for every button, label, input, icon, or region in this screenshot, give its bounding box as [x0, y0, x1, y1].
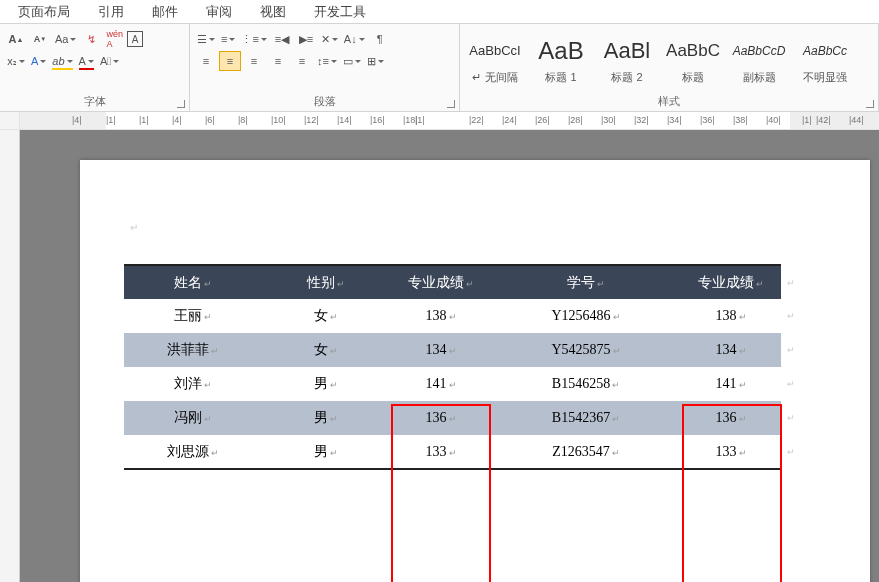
- show-marks-button[interactable]: ¶: [369, 29, 391, 49]
- multilevel-list-button[interactable]: ⋮≡: [239, 29, 268, 49]
- style-item[interactable]: AaBl标题 2: [596, 31, 658, 87]
- style-item[interactable]: AaBbCcD副标题: [728, 31, 790, 87]
- ribbon: A▲ A▼ Aa ↯ wénA A x₂ A ab A A⃝ 字体: [0, 24, 879, 112]
- change-case-button[interactable]: Aa: [53, 29, 78, 49]
- data-table[interactable]: 姓名↵ 性别↵ 专业成绩↵ 学号↵ 专业成绩↵↵ 王丽↵女↵138↵Y12564…: [124, 264, 781, 470]
- shading-button[interactable]: ▭: [341, 51, 363, 71]
- ribbon-styles-group: AaBbCcI↵ 无间隔AaB标题 1AaBl标题 2AaBbC标题AaBbCc…: [460, 24, 879, 111]
- table-row[interactable]: 王丽↵女↵138↵Y1256486↵138↵↵: [124, 299, 781, 333]
- character-border-button[interactable]: A: [127, 31, 143, 47]
- menu-view[interactable]: 视图: [246, 3, 300, 21]
- style-dialog-launcher[interactable]: [866, 100, 874, 108]
- table-cell[interactable]: 冯刚↵: [124, 401, 261, 435]
- table-row[interactable]: 洪菲菲↵女↵134↵Y5425875↵134↵↵: [124, 333, 781, 367]
- grow-font-button[interactable]: A▲: [5, 29, 27, 49]
- align-center-button[interactable]: ≡: [219, 51, 241, 71]
- para-dialog-launcher[interactable]: [447, 100, 455, 108]
- page: ↵ 姓名↵ 性别↵ 专业成绩↵ 学号↵ 专业成绩↵↵ 王丽↵女↵138↵Y125…: [80, 160, 870, 582]
- table-cell[interactable]: 141↵↵: [681, 367, 781, 401]
- table-cell[interactable]: 134↵: [391, 333, 491, 367]
- align-left-button[interactable]: ≡: [195, 51, 217, 71]
- font-color-2-button[interactable]: A: [77, 51, 96, 71]
- ribbon-paragraph-group: ☰ ≡ ⋮≡ ≡◀ ▶≡ ✕ A↓ ¶ ≡ ≡ ≡ ≡ ≡ ↕≡ ▭: [190, 24, 460, 111]
- table-cell[interactable]: Z1263547↵: [491, 435, 681, 469]
- table-cell[interactable]: 男↵: [261, 367, 391, 401]
- horizontal-ruler[interactable]: |4||1||1||4||6||8||10||12||14||16||18||1…: [20, 112, 879, 129]
- style-item[interactable]: AaBbCc不明显强: [794, 31, 856, 87]
- th-gender: 性别↵: [261, 265, 391, 299]
- align-right-button[interactable]: ≡: [243, 51, 265, 71]
- ribbon-font-label: 字体: [0, 93, 189, 111]
- table-cell[interactable]: 刘洋↵: [124, 367, 261, 401]
- table-cell[interactable]: 女↵: [261, 299, 391, 333]
- ribbon-style-label: 样式: [460, 93, 878, 111]
- table-cell[interactable]: Y1256486↵: [491, 299, 681, 333]
- table-cell[interactable]: 141↵: [391, 367, 491, 401]
- style-gallery[interactable]: AaBbCcI↵ 无间隔AaB标题 1AaBl标题 2AaBbC标题AaBbCc…: [460, 24, 878, 93]
- table-cell[interactable]: B1546258↵: [491, 367, 681, 401]
- workspace: ↵ 姓名↵ 性别↵ 专业成绩↵ 学号↵ 专业成绩↵↵ 王丽↵女↵138↵Y125…: [0, 130, 879, 582]
- menu-review[interactable]: 审阅: [192, 3, 246, 21]
- highlight-button[interactable]: ab: [50, 51, 74, 71]
- table-cell[interactable]: 136↵↵: [681, 401, 781, 435]
- distribute-button[interactable]: ≡: [291, 51, 313, 71]
- table-cell[interactable]: Y5425875↵: [491, 333, 681, 367]
- font-color-button[interactable]: A: [29, 51, 48, 71]
- table-cell[interactable]: 刘思源↵: [124, 435, 261, 469]
- ruler-corner: [0, 112, 20, 129]
- numbering-button[interactable]: ≡: [219, 29, 237, 49]
- increase-indent-button[interactable]: ▶≡: [295, 29, 317, 49]
- asian-layout-button[interactable]: ✕: [319, 29, 340, 49]
- th-score1: 专业成绩↵: [391, 265, 491, 299]
- table-cell[interactable]: 男↵: [261, 435, 391, 469]
- table-cell[interactable]: 138↵: [391, 299, 491, 333]
- clear-formatting-button[interactable]: ↯: [80, 29, 102, 49]
- table-cell[interactable]: 134↵↵: [681, 333, 781, 367]
- menu-bar: 页面布局 引用 邮件 审阅 视图 开发工具: [0, 0, 879, 24]
- menu-mailings[interactable]: 邮件: [138, 3, 192, 21]
- menu-references[interactable]: 引用: [84, 3, 138, 21]
- table-cell[interactable]: 133↵: [391, 435, 491, 469]
- table-row[interactable]: 冯刚↵男↵136↵B1542367↵136↵↵: [124, 401, 781, 435]
- vertical-ruler[interactable]: [0, 130, 20, 582]
- th-score2: 专业成绩↵↵: [681, 265, 781, 299]
- menu-page-layout[interactable]: 页面布局: [4, 3, 84, 21]
- style-item[interactable]: AaBbC标题: [662, 31, 724, 87]
- subscript-button[interactable]: x₂: [5, 51, 27, 71]
- sort-button[interactable]: A↓: [342, 29, 367, 49]
- ribbon-font-group: A▲ A▼ Aa ↯ wénA A x₂ A ab A A⃝ 字体: [0, 24, 190, 111]
- phonetic-guide-button[interactable]: wénA: [104, 29, 125, 49]
- paragraph-mark: ↵: [130, 222, 138, 233]
- table-cell[interactable]: B1542367↵: [491, 401, 681, 435]
- style-item[interactable]: AaB标题 1: [530, 31, 592, 87]
- style-item[interactable]: AaBbCcI↵ 无间隔: [464, 31, 526, 87]
- bullets-button[interactable]: ☰: [195, 29, 217, 49]
- shrink-font-button[interactable]: A▼: [29, 29, 51, 49]
- ribbon-para-label: 段落: [190, 93, 459, 111]
- borders-button[interactable]: ⊞: [365, 51, 386, 71]
- table-cell[interactable]: 王丽↵: [124, 299, 261, 333]
- table-cell[interactable]: 136↵: [391, 401, 491, 435]
- decrease-indent-button[interactable]: ≡◀: [271, 29, 293, 49]
- table-header-row: 姓名↵ 性别↵ 专业成绩↵ 学号↵ 专业成绩↵↵: [124, 265, 781, 299]
- justify-button[interactable]: ≡: [267, 51, 289, 71]
- th-name: 姓名↵: [124, 265, 261, 299]
- table-cell[interactable]: 138↵↵: [681, 299, 781, 333]
- th-id: 学号↵: [491, 265, 681, 299]
- table-cell[interactable]: 133↵↵: [681, 435, 781, 469]
- ruler-area: |4||1||1||4||6||8||10||12||14||16||18||1…: [0, 112, 879, 130]
- table-cell[interactable]: 洪菲菲↵: [124, 333, 261, 367]
- line-spacing-button[interactable]: ↕≡: [315, 51, 339, 71]
- menu-developer[interactable]: 开发工具: [300, 3, 380, 21]
- enclose-characters-button[interactable]: A⃝: [98, 51, 121, 71]
- table-cell[interactable]: 男↵: [261, 401, 391, 435]
- table-cell[interactable]: 女↵: [261, 333, 391, 367]
- table-row[interactable]: 刘思源↵男↵133↵Z1263547↵133↵↵: [124, 435, 781, 469]
- document-canvas[interactable]: ↵ 姓名↵ 性别↵ 专业成绩↵ 学号↵ 专业成绩↵↵ 王丽↵女↵138↵Y125…: [20, 130, 879, 582]
- font-dialog-launcher[interactable]: [177, 100, 185, 108]
- table-row[interactable]: 刘洋↵男↵141↵B1546258↵141↵↵: [124, 367, 781, 401]
